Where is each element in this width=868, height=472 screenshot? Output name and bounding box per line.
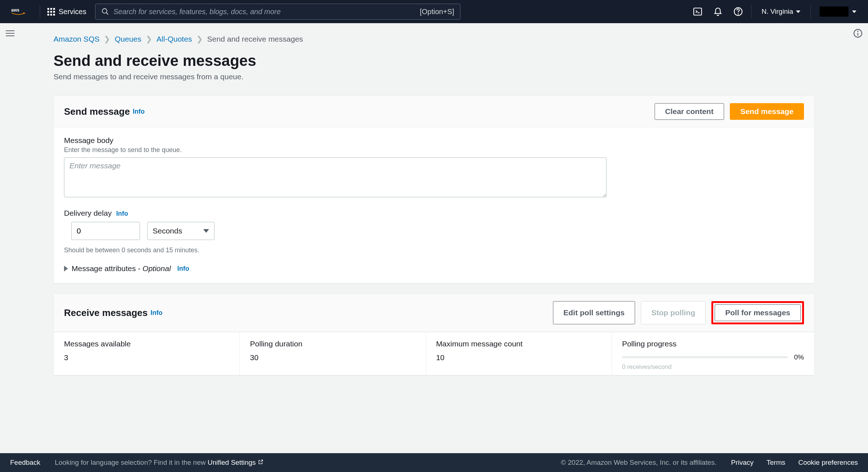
receive-stats-row: Messages available 3 Polling duration 30… (54, 332, 814, 375)
stat-max-message-count: Maximum message count 10 (426, 332, 612, 375)
breadcrumb-queues[interactable]: Queues (115, 35, 141, 43)
footer-bar: Feedback Looking for language selection?… (0, 453, 868, 472)
chevron-right-icon: ❯ (104, 35, 110, 43)
external-link-icon (258, 459, 264, 467)
stat-label: Maximum message count (436, 340, 601, 348)
grid-icon (47, 8, 55, 16)
help-icon (733, 7, 743, 16)
triangle-down-icon (203, 229, 209, 233)
poll-for-messages-button[interactable]: Poll for messages (715, 304, 801, 321)
svg-point-6 (738, 13, 739, 14)
delivery-delay-unit-select[interactable]: Seconds (147, 222, 214, 240)
stat-label: Polling progress (622, 340, 804, 348)
stat-messages-available: Messages available 3 (54, 332, 240, 375)
stat-polling-duration: Polling duration 30 (240, 332, 426, 375)
chevron-right-icon: ❯ (196, 35, 203, 43)
svg-text:aws: aws (11, 8, 20, 13)
help-panel-toggle[interactable] (848, 23, 868, 43)
help-button[interactable] (728, 0, 748, 23)
edit-poll-settings-button[interactable]: Edit poll settings (553, 301, 635, 324)
search-icon (101, 8, 109, 16)
breadcrumb: Amazon SQS ❯ Queues ❯ All-Quotes ❯ Send … (54, 35, 814, 43)
progress-rate: 0 receives/second (622, 363, 804, 371)
svg-point-8 (857, 31, 858, 32)
search-shortcut: [Option+S] (420, 8, 454, 16)
message-body-input[interactable] (64, 157, 607, 197)
page-subtitle: Send messages to and receive messages fr… (54, 72, 814, 81)
aws-logo[interactable]: aws (6, 7, 31, 16)
receive-panel-title: Receive messages (64, 307, 148, 319)
send-panel-header: Send message Info Clear content Send mes… (54, 96, 814, 127)
notifications-button[interactable] (708, 0, 728, 23)
region-label: N. Virginia (762, 8, 793, 16)
feedback-link[interactable]: Feedback (10, 459, 40, 467)
breadcrumb-root[interactable]: Amazon SQS (54, 35, 99, 43)
svg-point-1 (102, 9, 107, 13)
receive-info-link[interactable]: Info (150, 309, 162, 317)
nav-icons: N. Virginia (688, 0, 862, 23)
search-wrap: [Option+S] (95, 4, 460, 20)
send-message-button[interactable]: Send message (730, 103, 804, 120)
send-info-link[interactable]: Info (133, 108, 145, 115)
cookie-preferences-link[interactable]: Cookie preferences (798, 459, 858, 467)
copyright-text: © 2022, Amazon Web Services, Inc. or its… (561, 459, 716, 467)
receive-messages-panel: Receive messages Info Edit poll settings… (54, 294, 814, 375)
nav-divider (751, 5, 752, 18)
services-menu-button[interactable]: Services (43, 8, 91, 16)
side-nav-toggle[interactable] (0, 23, 20, 43)
top-nav: aws Services [Option+S] N. Virginia (0, 0, 868, 23)
delivery-delay-label: Delivery delay (64, 209, 112, 217)
terms-link[interactable]: Terms (767, 459, 786, 467)
account-name-redacted (820, 7, 848, 17)
caret-down-icon (796, 10, 800, 13)
bell-icon (713, 7, 723, 16)
svg-line-2 (106, 13, 108, 15)
progress-percent: 0% (794, 353, 804, 361)
message-attributes-label: Message attributes - Optional (72, 264, 171, 273)
cloudshell-button[interactable] (688, 0, 708, 23)
nav-divider (810, 5, 811, 18)
delivery-delay-info-link[interactable]: Info (116, 210, 128, 217)
services-label: Services (59, 8, 86, 16)
region-selector[interactable]: N. Virginia (754, 8, 808, 16)
stat-polling-progress: Polling progress 0% 0 receives/second (612, 332, 814, 375)
search-box[interactable]: [Option+S] (95, 4, 460, 20)
cloudshell-icon (693, 7, 702, 16)
stop-polling-button: Stop polling (641, 301, 706, 324)
delivery-delay-input[interactable] (71, 222, 140, 240)
main-content: Amazon SQS ❯ Queues ❯ All-Quotes ❯ Send … (20, 23, 848, 453)
clear-content-button[interactable]: Clear content (655, 103, 724, 120)
stat-value: 30 (250, 353, 415, 362)
chevron-right-icon: ❯ (146, 35, 152, 43)
receive-panel-header: Receive messages Info Edit poll settings… (54, 294, 814, 332)
unified-settings-link[interactable]: Unified Settings (208, 459, 264, 466)
nav-divider (40, 5, 40, 18)
send-message-panel: Send message Info Clear content Send mes… (54, 96, 814, 283)
breadcrumb-current: Send and receive messages (207, 35, 303, 43)
triangle-right-icon (64, 266, 68, 271)
progress-bar (622, 356, 788, 358)
caret-down-icon (852, 10, 856, 13)
account-selector[interactable] (814, 7, 862, 17)
stat-label: Polling duration (250, 340, 415, 348)
message-attributes-expander[interactable]: Message attributes - Optional Info (64, 264, 804, 273)
info-icon (853, 29, 863, 38)
page-title: Send and receive messages (54, 52, 814, 69)
lang-prompt: Looking for language selection? Find it … (55, 459, 264, 467)
privacy-link[interactable]: Privacy (731, 459, 753, 467)
message-body-hint: Enter the message to send to the queue. (64, 146, 804, 154)
stat-value: 10 (436, 353, 601, 362)
delay-unit-value: Seconds (153, 227, 182, 235)
send-panel-title: Send message (64, 106, 130, 117)
stat-value: 3 (64, 353, 229, 362)
search-input[interactable] (114, 8, 416, 16)
hamburger-icon (6, 30, 14, 36)
poll-button-highlight: Poll for messages (711, 301, 804, 324)
delay-constraint-text: Should be between 0 seconds and 15 minut… (64, 246, 804, 254)
send-panel-body: Message body Enter the message to send t… (54, 127, 814, 283)
message-attributes-info-link[interactable]: Info (177, 265, 189, 273)
breadcrumb-queue-name[interactable]: All-Quotes (157, 35, 192, 43)
stat-label: Messages available (64, 340, 229, 348)
message-body-label: Message body (64, 136, 804, 145)
